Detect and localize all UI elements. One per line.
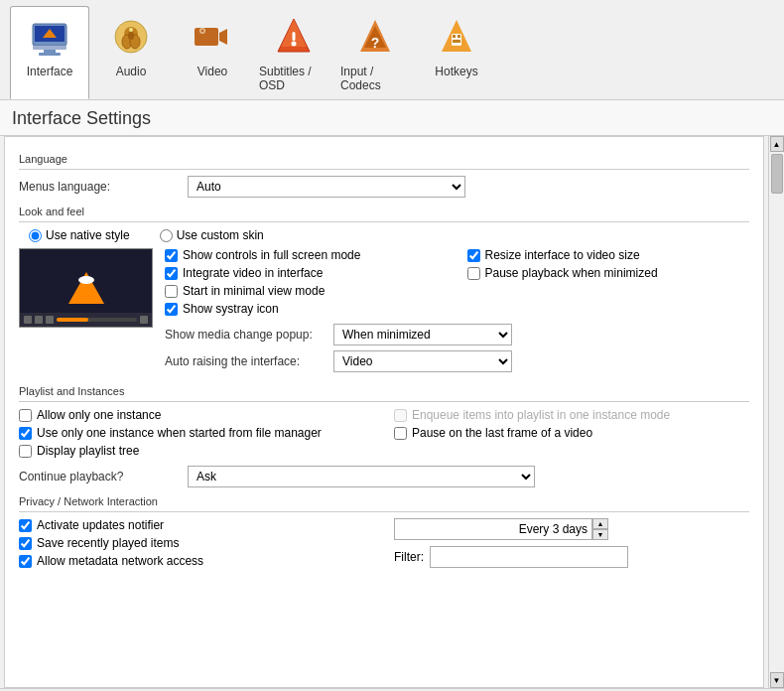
media-change-popup-select[interactable]: Never Always When minimized bbox=[333, 324, 512, 346]
laf-col-right: Resize interface to video size Pause pla… bbox=[467, 248, 750, 320]
updates-notifier-row[interactable]: Activate updates notifier bbox=[19, 518, 374, 532]
auto-raising-label: Auto raising the interface: bbox=[165, 354, 333, 368]
recently-played-label: Save recently played items bbox=[37, 536, 179, 550]
updates-notifier-check[interactable] bbox=[19, 519, 32, 532]
enqueue-items-row: Enqueue items into playlist in one insta… bbox=[394, 408, 749, 422]
svg-rect-4 bbox=[44, 50, 56, 53]
svg-marker-14 bbox=[219, 29, 227, 45]
privacy-section-header: Privacy / Network Interaction bbox=[19, 495, 749, 507]
resize-interface-row[interactable]: Resize interface to video size bbox=[467, 248, 750, 262]
spinbox-up[interactable]: ▲ bbox=[592, 518, 608, 529]
scrollbar-up-button[interactable]: ▲ bbox=[770, 136, 784, 152]
metadata-access-check[interactable] bbox=[19, 555, 32, 568]
pause-last-frame-row[interactable]: Pause on the last frame of a video bbox=[394, 426, 749, 440]
main-content: Language Menus language: Auto English Fr… bbox=[0, 136, 784, 688]
scrollbar-thumb[interactable] bbox=[771, 154, 783, 194]
svg-point-11 bbox=[129, 28, 133, 32]
updates-frequency-input[interactable] bbox=[394, 518, 592, 540]
one-instance-check[interactable] bbox=[19, 409, 32, 422]
menus-language-control: Auto English French German Spanish bbox=[188, 176, 749, 198]
preview-bar bbox=[20, 313, 152, 327]
enqueue-items-label: Enqueue items into playlist in one insta… bbox=[412, 408, 670, 422]
one-instance-row[interactable]: Allow only one instance bbox=[19, 408, 374, 422]
menus-language-row: Menus language: Auto English French Germ… bbox=[19, 176, 749, 198]
nav-item-audio[interactable]: Audio bbox=[91, 6, 171, 99]
scrollbar-track[interactable] bbox=[770, 152, 784, 672]
pause-last-frame-check[interactable] bbox=[394, 427, 407, 440]
controls-fullscreen-check[interactable] bbox=[165, 249, 178, 262]
svg-point-18 bbox=[292, 42, 297, 47]
language-section-header: Language bbox=[19, 153, 749, 165]
custom-skin-radio-label[interactable]: Use custom skin bbox=[160, 228, 264, 242]
display-playlist-tree-row[interactable]: Display playlist tree bbox=[19, 444, 374, 458]
spinbox-down[interactable]: ▼ bbox=[592, 529, 608, 540]
nav-label-audio: Audio bbox=[116, 65, 147, 78]
playlist-col-left: Allow only one instance Use only one ins… bbox=[19, 408, 374, 462]
minimal-view-check[interactable] bbox=[165, 285, 178, 298]
one-instance-file-manager-row[interactable]: Use only one instance when started from … bbox=[19, 426, 374, 440]
one-instance-file-manager-check[interactable] bbox=[19, 427, 32, 440]
recently-played-check[interactable] bbox=[19, 537, 32, 550]
vlc-preview bbox=[19, 248, 153, 328]
integrate-video-row[interactable]: Integrate video in interface bbox=[165, 266, 448, 280]
minimal-view-row[interactable]: Start in minimal view mode bbox=[165, 284, 448, 298]
vlc-cone-icon bbox=[68, 272, 104, 304]
scrollbar-down-button[interactable]: ▼ bbox=[770, 672, 784, 688]
laf-section-header: Look and feel bbox=[19, 206, 749, 217]
nav-label-video: Video bbox=[197, 65, 227, 78]
svg-rect-10 bbox=[128, 32, 134, 40]
nav-label-subtitles: Subtitles / OSD bbox=[259, 65, 328, 92]
native-style-radio-label[interactable]: Use native style bbox=[29, 228, 130, 242]
scrollbar: ▲ ▼ bbox=[768, 136, 784, 688]
input-icon: ? bbox=[351, 13, 399, 61]
svg-text:?: ? bbox=[371, 35, 380, 51]
systray-row[interactable]: Show systray icon bbox=[165, 302, 448, 316]
recently-played-row[interactable]: Save recently played items bbox=[19, 536, 374, 550]
privacy-col-left: Activate updates notifier Save recently … bbox=[19, 518, 374, 572]
bottom-spacer bbox=[19, 572, 749, 592]
svg-rect-3 bbox=[33, 46, 66, 50]
svg-rect-12 bbox=[195, 28, 218, 46]
auto-raising-select[interactable]: Never Always Video bbox=[333, 350, 512, 372]
pause-minimized-check[interactable] bbox=[467, 267, 480, 280]
laf-col-left: Show controls in full screen mode Integr… bbox=[165, 248, 448, 320]
menus-language-select[interactable]: Auto English French German Spanish bbox=[188, 176, 465, 198]
one-instance-file-manager-label: Use only one instance when started from … bbox=[37, 426, 322, 440]
nav-item-subtitles[interactable]: Subtitles / OSD bbox=[254, 6, 333, 99]
preview-inner bbox=[68, 272, 104, 304]
page-title: Interface Settings bbox=[0, 100, 784, 136]
native-style-radio[interactable] bbox=[29, 229, 42, 242]
nav-item-interface[interactable]: Interface bbox=[10, 6, 89, 99]
nav-item-video[interactable]: Video bbox=[173, 6, 252, 99]
laf-content: Show controls in full screen mode Integr… bbox=[19, 248, 749, 377]
systray-check[interactable] bbox=[165, 303, 178, 316]
hotkeys-icon bbox=[433, 13, 480, 61]
filter-input[interactable] bbox=[430, 546, 628, 568]
svg-rect-26 bbox=[457, 35, 460, 38]
display-playlist-tree-check[interactable] bbox=[19, 445, 32, 458]
metadata-access-row[interactable]: Allow metadata network access bbox=[19, 554, 374, 568]
video-icon bbox=[189, 13, 236, 61]
updates-spinbox: ▲ ▼ bbox=[394, 518, 608, 540]
privacy-col-right: ▲ ▼ Filter: bbox=[394, 518, 749, 572]
pause-minimized-label: Pause playback when minimized bbox=[485, 266, 658, 280]
nav-label-interface: Interface bbox=[27, 65, 73, 78]
integrate-video-check[interactable] bbox=[165, 267, 178, 280]
minimal-view-label: Start in minimal view mode bbox=[183, 284, 325, 298]
subtitles-icon bbox=[270, 13, 318, 61]
resize-interface-check[interactable] bbox=[467, 249, 480, 262]
controls-fullscreen-row[interactable]: Show controls in full screen mode bbox=[165, 248, 448, 262]
continue-playback-select[interactable]: Ask Always Never bbox=[188, 466, 535, 487]
playlist-divider bbox=[19, 401, 749, 402]
continue-playback-label: Continue playback? bbox=[19, 470, 188, 484]
native-style-label: Use native style bbox=[46, 228, 130, 242]
media-change-popup-label: Show media change popup: bbox=[165, 328, 333, 342]
media-change-popup-row: Show media change popup: Never Always Wh… bbox=[165, 324, 749, 346]
custom-skin-radio[interactable] bbox=[160, 229, 173, 242]
nav-item-input[interactable]: ? Input / Codecs bbox=[335, 6, 415, 99]
pause-minimized-row[interactable]: Pause playback when minimized bbox=[467, 266, 750, 280]
display-playlist-tree-label: Display playlist tree bbox=[37, 444, 139, 458]
filter-label: Filter: bbox=[394, 550, 424, 564]
nav-item-hotkeys[interactable]: Hotkeys bbox=[417, 6, 496, 99]
playlist-two-col: Allow only one instance Use only one ins… bbox=[19, 408, 749, 462]
